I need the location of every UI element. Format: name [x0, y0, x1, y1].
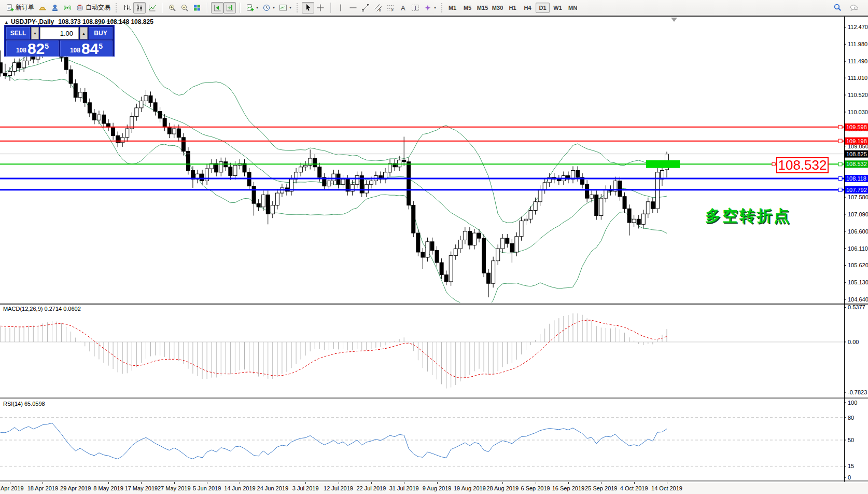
sell-price-tile[interactable]: 108 82 5: [6, 40, 59, 57]
date-label: 14 Oct 2019: [643, 485, 690, 491]
date-tick: [108, 482, 109, 484]
date-tick: [568, 482, 569, 484]
svg-text:104.640: 104.640: [848, 296, 868, 303]
sell-price-prefix: 108: [16, 47, 26, 54]
turning-point-annotation: 多空转折点: [705, 205, 791, 227]
date-tick: [174, 482, 175, 484]
date-tick: [536, 482, 536, 484]
date-tick: [601, 482, 601, 484]
buy-price-pip: 5: [99, 42, 103, 50]
date-tick: [240, 482, 240, 484]
svg-text:112.470: 112.470: [848, 24, 868, 30]
svg-text:111.490: 111.490: [848, 58, 867, 64]
date-tick: [634, 482, 635, 484]
date-tick: [339, 482, 339, 484]
volume-input[interactable]: 1.00: [40, 27, 79, 39]
svg-text:106.110: 106.110: [848, 245, 868, 252]
date-tick: [437, 482, 438, 484]
mt4-terminal: 新订单 自动交易: [0, 0, 868, 494]
svg-text:50: 50: [848, 437, 854, 443]
buy-price-tile[interactable]: 108 84 5: [60, 40, 113, 57]
svg-text:110.520: 110.520: [848, 92, 868, 98]
date-tick: [76, 482, 76, 484]
date-tick: [667, 482, 667, 484]
svg-text:110.030: 110.030: [848, 109, 868, 115]
svg-text:-0.7823: -0.7823: [848, 389, 867, 395]
date-tick: [371, 482, 372, 484]
volume-increase-button[interactable]: ▲: [80, 27, 88, 39]
date-tick: [273, 482, 273, 484]
svg-text:109.198: 109.198: [846, 138, 867, 144]
one-click-trade-panel: SELL ▼ 1.00 ▲ BUY 108 82 5 108 84 5: [4, 25, 115, 57]
collapse-arrow-icon[interactable]: ▲: [4, 20, 9, 25]
price-level-callout[interactable]: 108.532: [776, 157, 829, 173]
svg-text:111.980: 111.980: [848, 41, 867, 47]
svg-text:RSI(14) 65.0598: RSI(14) 65.0598: [3, 401, 45, 407]
date-tick: [404, 482, 404, 484]
svg-text:15: 15: [848, 463, 854, 469]
svg-text:105.130: 105.130: [848, 279, 868, 285]
date-tick: [305, 482, 306, 484]
svg-text:108.825: 108.825: [846, 151, 867, 157]
svg-text:108.532: 108.532: [846, 161, 867, 167]
volume-decrease-button[interactable]: ▼: [31, 27, 39, 39]
svg-text:0: 0: [848, 474, 851, 481]
date-tick: [141, 482, 142, 484]
buy-price-main: 84: [81, 42, 99, 56]
spin-down-icon: ▼: [33, 32, 37, 35]
chart-window: 112.470111.980111.490111.010110.520110.0…: [0, 16, 868, 494]
buy-button[interactable]: BUY: [89, 27, 113, 39]
sell-button[interactable]: SELL: [6, 27, 30, 39]
date-axis[interactable]: 9 Apr 201918 Apr 201929 Apr 20198 May 20…: [0, 482, 868, 494]
spin-up-icon: ▲: [82, 32, 86, 35]
svg-text:0.5377: 0.5377: [848, 304, 865, 310]
svg-text:108.118: 108.118: [846, 175, 866, 182]
svg-text:109.598: 109.598: [846, 124, 867, 130]
svg-text:111.010: 111.010: [848, 75, 867, 81]
svg-text:80: 80: [848, 415, 854, 421]
svg-text:105.620: 105.620: [848, 262, 868, 268]
svg-text:107.090: 107.090: [848, 211, 868, 217]
date-tick: [43, 482, 43, 484]
svg-text:107.792: 107.792: [846, 187, 867, 193]
buy-price-prefix: 108: [70, 47, 80, 54]
date-tick: [470, 482, 470, 484]
svg-text:0.00: 0.00: [848, 339, 859, 345]
svg-text:100: 100: [848, 400, 857, 406]
date-tick: [502, 482, 503, 484]
ohlc-values: 108.373 108.890 108.148 108.825: [58, 18, 153, 25]
sell-price-main: 82: [27, 42, 45, 56]
chart-title: ▲USDJPY-,Daily108.373 108.890 108.148 10…: [4, 18, 153, 25]
price-chart[interactable]: 112.470111.980111.490111.010110.520110.0…: [0, 1, 868, 494]
svg-text:106.600: 106.600: [848, 228, 868, 235]
date-tick: [10, 482, 10, 484]
date-tick: [207, 482, 207, 484]
sell-price-pip: 5: [45, 42, 49, 50]
svg-text:107.580: 107.580: [848, 194, 868, 200]
symbol-period-label: USDJPY-,Daily: [11, 18, 54, 25]
svg-text:MACD(12,26,9) 0.2714 0.0602: MACD(12,26,9) 0.2714 0.0602: [3, 306, 81, 312]
